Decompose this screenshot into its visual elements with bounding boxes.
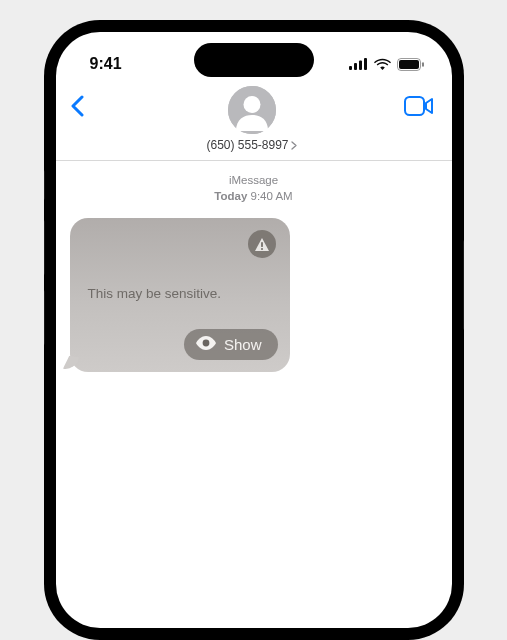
power-button	[463, 240, 464, 330]
person-icon	[228, 86, 276, 134]
sensitive-content-bubble: This may be sensitive. Show	[70, 218, 290, 372]
thread-timestamp: iMessage Today 9:40 AM	[56, 173, 452, 204]
svg-point-11	[261, 248, 263, 250]
warning-icon	[248, 230, 276, 258]
svg-rect-3	[364, 58, 367, 70]
chevron-left-icon	[70, 95, 84, 117]
dynamic-island	[194, 43, 314, 77]
time-label: 9:40 AM	[251, 190, 293, 202]
svg-point-12	[203, 340, 210, 347]
svg-rect-10	[261, 242, 263, 247]
contact-info[interactable]: (650) 555-8997	[114, 86, 390, 152]
service-label: iMessage	[56, 173, 452, 189]
show-label: Show	[224, 336, 262, 353]
svg-rect-1	[354, 63, 357, 70]
chevron-right-icon	[291, 141, 297, 150]
volume-up-button	[44, 220, 45, 275]
back-button[interactable]	[70, 86, 114, 126]
status-right	[349, 58, 424, 71]
sensitive-message-text: This may be sensitive.	[88, 286, 222, 301]
facetime-button[interactable]	[390, 86, 434, 126]
battery-icon	[397, 58, 424, 71]
volume-down-button	[44, 290, 45, 345]
avatar	[228, 86, 276, 134]
contact-number: (650) 555-8997	[206, 138, 288, 152]
show-button[interactable]: Show	[184, 329, 278, 360]
eye-icon	[196, 336, 216, 353]
video-icon	[404, 96, 434, 116]
svg-point-8	[243, 96, 260, 113]
incoming-message: This may be sensitive. Show	[70, 218, 438, 372]
silent-switch	[44, 170, 45, 200]
phone-screen: 9:41	[56, 32, 452, 628]
cellular-icon	[349, 58, 368, 70]
svg-rect-9	[405, 97, 424, 115]
day-label: Today	[214, 190, 247, 202]
svg-rect-0	[349, 66, 352, 70]
svg-rect-5	[399, 60, 419, 69]
svg-rect-6	[422, 62, 424, 67]
messages-area: This may be sensitive. Show	[56, 204, 452, 386]
conversation-header: (650) 555-8997	[56, 84, 452, 161]
svg-rect-2	[359, 61, 362, 71]
wifi-icon	[374, 58, 391, 70]
status-time: 9:41	[90, 55, 122, 73]
phone-frame: 9:41	[44, 20, 464, 640]
